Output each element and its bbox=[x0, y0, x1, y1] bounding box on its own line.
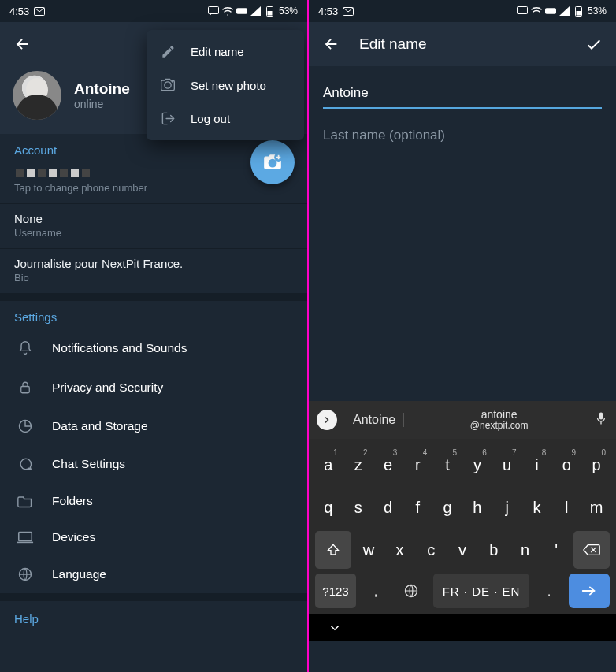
first-name-input[interactable] bbox=[323, 80, 602, 109]
menu-set-photo[interactable]: Set new photo bbox=[147, 69, 304, 102]
suggestion-primary[interactable]: Antoine bbox=[345, 413, 404, 427]
menu-edit-label: Edit name bbox=[191, 45, 244, 58]
key-shift[interactable] bbox=[315, 531, 351, 569]
app-bar-edit: Edit name bbox=[309, 22, 616, 66]
username-sub: Username bbox=[14, 227, 293, 239]
key-z[interactable]: z2 bbox=[345, 446, 372, 484]
profile-status: online bbox=[74, 98, 130, 110]
chat-icon bbox=[16, 456, 35, 472]
svg-rect-17 bbox=[577, 6, 580, 7]
key-b[interactable]: b bbox=[480, 531, 508, 569]
key-space[interactable]: FR · DE · EN bbox=[433, 574, 529, 608]
key-enter[interactable] bbox=[569, 574, 610, 608]
key-f[interactable]: f bbox=[404, 488, 431, 526]
key-c[interactable]: c bbox=[417, 531, 445, 569]
key-i[interactable]: i8 bbox=[524, 446, 551, 484]
camera-plus-icon bbox=[159, 78, 176, 92]
lock-icon bbox=[16, 379, 35, 396]
back-button[interactable] bbox=[320, 33, 342, 55]
help-header: Help bbox=[0, 601, 307, 629]
confirm-button[interactable] bbox=[583, 33, 605, 55]
wifi-icon bbox=[531, 6, 542, 17]
folder-icon bbox=[16, 494, 35, 508]
svg-rect-3 bbox=[236, 8, 247, 13]
battery-pct: 53% bbox=[588, 6, 607, 17]
setting-language[interactable]: Language bbox=[0, 555, 307, 593]
first-name-field[interactable] bbox=[323, 80, 602, 109]
key-a[interactable]: a1 bbox=[315, 446, 342, 484]
key-apostrophe[interactable]: ' bbox=[542, 531, 570, 569]
status-bar: 4:53 53% bbox=[0, 0, 307, 22]
key-t[interactable]: t5 bbox=[434, 446, 461, 484]
key-backspace[interactable] bbox=[573, 531, 610, 569]
key-period[interactable]: . bbox=[536, 574, 562, 608]
menu-edit-name[interactable]: Edit name bbox=[147, 35, 304, 69]
key-comma[interactable]: , bbox=[362, 574, 389, 608]
key-r[interactable]: r4 bbox=[404, 446, 431, 484]
status-bar: 4:53 53% bbox=[309, 0, 616, 22]
key-q[interactable]: q bbox=[315, 488, 342, 526]
key-j[interactable]: j bbox=[494, 488, 521, 526]
key-l[interactable]: l bbox=[553, 488, 580, 526]
settings-header: Settings bbox=[0, 301, 307, 329]
key-p[interactable]: p0 bbox=[583, 446, 610, 484]
key-o[interactable]: o9 bbox=[553, 446, 580, 484]
key-w[interactable]: w bbox=[354, 531, 383, 569]
key-u[interactable]: u7 bbox=[494, 446, 521, 484]
profile-name: Antoine bbox=[74, 80, 130, 98]
svg-rect-5 bbox=[268, 11, 273, 16]
logout-icon bbox=[159, 111, 176, 126]
last-name-field[interactable] bbox=[323, 123, 602, 150]
cast-icon bbox=[208, 6, 219, 17]
key-e[interactable]: e3 bbox=[375, 446, 402, 484]
mic-button[interactable] bbox=[594, 410, 608, 430]
setting-devices[interactable]: Devices bbox=[0, 519, 307, 555]
username-entry[interactable]: None Username bbox=[0, 204, 307, 248]
key-k[interactable]: k bbox=[524, 488, 551, 526]
vowifi-icon bbox=[545, 6, 556, 17]
svg-rect-6 bbox=[269, 6, 271, 7]
key-g[interactable]: g bbox=[434, 488, 461, 526]
setting-chat[interactable]: Chat Settings bbox=[0, 445, 307, 483]
key-h[interactable]: h bbox=[464, 488, 491, 526]
key-x[interactable]: x bbox=[386, 531, 414, 569]
phone-sub: Tap to change phone number bbox=[14, 182, 293, 194]
cast-icon bbox=[517, 6, 528, 17]
page-title: Edit name bbox=[359, 35, 427, 53]
setting-label: Language bbox=[52, 567, 106, 581]
key-s[interactable]: s bbox=[345, 488, 372, 526]
kb-row-3: w x c v b n ' bbox=[312, 529, 613, 571]
nav-down-icon[interactable] bbox=[328, 621, 342, 635]
bio-entry[interactable]: Journaliste pour NextPit France. Bio bbox=[0, 249, 307, 293]
key-symbols[interactable]: ?123 bbox=[315, 574, 356, 608]
suggestion-expand[interactable] bbox=[317, 410, 337, 430]
setting-label: Data and Storage bbox=[52, 419, 148, 433]
back-button[interactable] bbox=[11, 33, 33, 55]
android-navbar bbox=[309, 614, 616, 641]
fab-add-photo[interactable] bbox=[250, 140, 295, 184]
last-name-input[interactable] bbox=[323, 123, 602, 150]
svg-rect-13 bbox=[517, 7, 527, 14]
setting-data[interactable]: Data and Storage bbox=[0, 407, 307, 445]
key-d[interactable]: d bbox=[375, 488, 402, 526]
phone-left: 4:53 53% Antoine online Edit name bbox=[0, 0, 307, 672]
key-language[interactable] bbox=[395, 574, 427, 608]
setting-privacy[interactable]: Privacy and Security bbox=[0, 368, 307, 407]
suggestion-secondary[interactable]: antoine @nextpit.com bbox=[412, 408, 586, 432]
battery-icon bbox=[573, 6, 584, 17]
setting-label: Notifications and Sounds bbox=[52, 341, 187, 355]
phone-right: 4:53 53% Edit name bbox=[309, 0, 616, 672]
key-m[interactable]: m bbox=[583, 488, 610, 526]
setting-notifications[interactable]: Notifications and Sounds bbox=[0, 329, 307, 368]
menu-logout[interactable]: Log out bbox=[147, 102, 304, 136]
key-v[interactable]: v bbox=[448, 531, 477, 569]
key-n[interactable]: n bbox=[511, 531, 540, 569]
svg-rect-8 bbox=[21, 387, 30, 393]
key-y[interactable]: y6 bbox=[464, 446, 491, 484]
setting-folders[interactable]: Folders bbox=[0, 483, 307, 519]
svg-point-2 bbox=[210, 13, 211, 15]
mail-icon bbox=[343, 6, 354, 17]
signal-icon bbox=[559, 6, 570, 17]
signal-icon bbox=[250, 6, 262, 17]
avatar[interactable] bbox=[13, 71, 61, 120]
